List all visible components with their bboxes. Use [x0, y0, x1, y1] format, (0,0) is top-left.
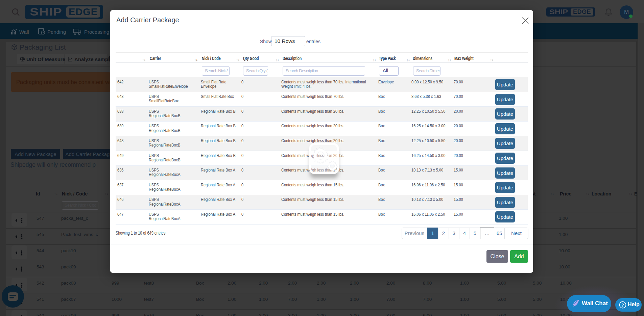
- svg-text:?: ?: [621, 303, 624, 308]
